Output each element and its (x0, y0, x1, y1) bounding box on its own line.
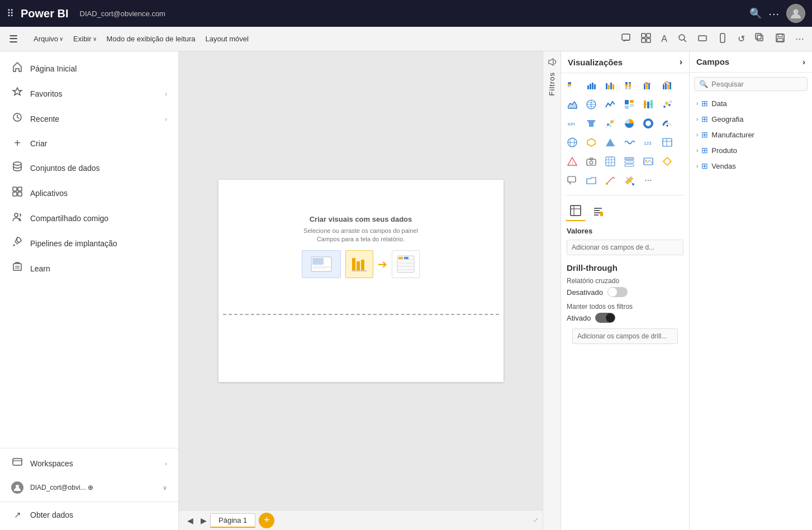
more-button[interactable]: ⋯ (792, 32, 808, 46)
viz-title: Visualizações (568, 58, 623, 67)
viz-line-cluster[interactable] (658, 77, 676, 94)
report-canvas[interactable]: Criar visuais com seus dados Selecione o… (179, 51, 543, 510)
report-page-bottom[interactable] (219, 315, 504, 382)
viz-numeric[interactable]: 123 (639, 133, 657, 151)
viz-gauge[interactable] (658, 114, 676, 132)
sidebar-item-workspace-current[interactable]: DIAD_cort@obvi... ⊕ ∨ (0, 476, 178, 499)
viz-speech[interactable] (563, 171, 581, 189)
viz-kpi[interactable]: KPI (563, 114, 581, 132)
sidebar-item-pipelines[interactable]: Pipelines de implantação (0, 231, 178, 256)
viz-image[interactable] (639, 152, 657, 170)
campos-item-vendas[interactable]: › ⊞ Vendas (690, 158, 812, 174)
sync-button[interactable] (638, 31, 654, 47)
sidebar-item-create[interactable]: + Criar (0, 131, 178, 155)
hamburger-icon[interactable]: ☰ (9, 33, 18, 45)
page-next-button[interactable]: ▶ (197, 514, 210, 527)
user-avatar[interactable] (786, 4, 805, 23)
viz-triangle[interactable] (601, 133, 619, 151)
keep-filters-label: Manter todos os filtros (567, 303, 683, 311)
viz-globe[interactable] (563, 133, 581, 151)
campos-item-produto[interactable]: › ⊞ Produto (690, 142, 812, 158)
sidebar-item-recent[interactable]: Recente › (0, 106, 178, 131)
viz-stacked-bar[interactable] (563, 77, 581, 94)
viz-area-chart[interactable] (563, 96, 581, 113)
viz-line-chart[interactable] (601, 96, 619, 113)
sidebar-item-datasets[interactable]: Conjuntos de dados (0, 155, 178, 180)
viz-donut-chart[interactable] (639, 114, 657, 132)
viz-slicer[interactable] (620, 152, 638, 170)
sidebar-item-favorites[interactable]: Favoritos › (0, 81, 178, 106)
viz-scatter[interactable] (658, 96, 676, 113)
sidebar-item-apps[interactable]: Aplicativos (0, 180, 178, 206)
viz-pie-chart[interactable] (620, 114, 638, 132)
viz-alert[interactable]: ! (563, 152, 581, 170)
viz-shape[interactable] (582, 133, 600, 151)
more-icon[interactable]: ··· (768, 7, 780, 20)
lens-button[interactable] (674, 31, 691, 47)
rect-button[interactable] (694, 31, 711, 47)
save-button[interactable] (772, 31, 789, 47)
campos-chevron-right[interactable]: › (802, 57, 805, 66)
viz-matrix[interactable] (601, 152, 619, 170)
cross-report-state: Desativado (567, 288, 603, 297)
svg-rect-64 (663, 85, 664, 89)
svg-rect-18 (18, 187, 22, 191)
sidebar-item-label: Aplicativos (30, 189, 167, 198)
menu-leitura[interactable]: Modo de exibição de leitura (102, 32, 200, 45)
sidebar-item-get-data[interactable]: ↗ Obter dados (0, 504, 178, 526)
search-icon[interactable]: 🔍 (749, 7, 762, 20)
viz-camera[interactable] (582, 152, 600, 170)
viz-fill[interactable] (620, 171, 638, 189)
menu-exibir[interactable]: Exibir ∨ (69, 32, 101, 45)
viz-line-stacked[interactable] (639, 77, 657, 94)
filters-panel-strip[interactable]: Filtros (543, 51, 561, 530)
viz-fields-tab[interactable] (566, 201, 586, 221)
campos-search-box[interactable]: 🔍 (694, 77, 808, 91)
viz-add-field-valores[interactable]: Adicionar os campos de d... (567, 240, 683, 255)
campos-item-data[interactable]: › ⊞ Data (690, 96, 812, 111)
page-tab-1[interactable]: Página 1 (210, 513, 255, 528)
viz-folder[interactable] (582, 171, 600, 189)
keep-filters-toggle[interactable] (595, 313, 615, 323)
undo-button[interactable]: ↺ (734, 32, 748, 46)
page-prev-button[interactable]: ◀ (183, 514, 197, 527)
viz-table2[interactable] (658, 133, 676, 151)
menu-arquivo[interactable]: Arquivo ∨ (29, 32, 68, 45)
chevron-down-icon: ∨ (93, 36, 97, 42)
sidebar-item-learn[interactable]: Learn (0, 256, 178, 281)
viz-ribbon-chart[interactable] (639, 96, 657, 113)
viz-map[interactable] (582, 96, 600, 113)
campos-item-geografia[interactable]: › ⊞ Geografia (690, 111, 812, 127)
viz-funnel[interactable] (582, 114, 600, 132)
comment-button[interactable] (618, 31, 634, 47)
viz-paint[interactable] (601, 171, 619, 189)
add-page-button[interactable]: + (259, 513, 274, 528)
campos-item-manufacturer[interactable]: › ⊞ Manufacturer (690, 127, 812, 142)
viz-scatter2[interactable] (601, 114, 619, 132)
report-page-top[interactable]: Criar visuais com seus dados Selecione o… (219, 180, 504, 314)
main-layout: Página Inicial Favoritos › Recente › + (0, 51, 812, 530)
sidebar-item-workspaces[interactable]: Workspaces › (0, 451, 178, 476)
viz-more[interactable]: ··· (639, 171, 657, 189)
duplicate-button[interactable] (752, 31, 768, 47)
campos-header: Campos › (690, 51, 812, 73)
mobile-button[interactable] (714, 31, 731, 47)
viz-cluster-bar[interactable] (601, 77, 619, 94)
viz-treemap[interactable] (620, 96, 638, 113)
cross-report-toggle[interactable] (607, 287, 628, 297)
menu-layout[interactable]: Layout móvel (201, 32, 253, 45)
sidebar-item-home[interactable]: Página Inicial (0, 56, 178, 81)
user-email: DIAD_cort@obvience.com (80, 9, 743, 18)
svg-marker-114 (663, 157, 671, 165)
viz-diamond[interactable] (658, 152, 676, 170)
campos-search-input[interactable] (711, 80, 802, 88)
viz-chevron-right-icon[interactable]: › (680, 57, 682, 67)
viz-add-drill-field[interactable]: Adicionar os campos de drill... (572, 328, 678, 344)
sidebar-item-shared[interactable]: Compartilhado comigo (0, 206, 178, 231)
text-button[interactable]: A (658, 32, 671, 46)
viz-format-tab[interactable] (588, 201, 608, 221)
viz-bar-chart[interactable] (582, 77, 600, 94)
viz-wave[interactable] (620, 133, 638, 151)
viz-100-bar[interactable] (620, 77, 638, 94)
apps-grid-icon[interactable]: ⠿ (7, 7, 14, 20)
